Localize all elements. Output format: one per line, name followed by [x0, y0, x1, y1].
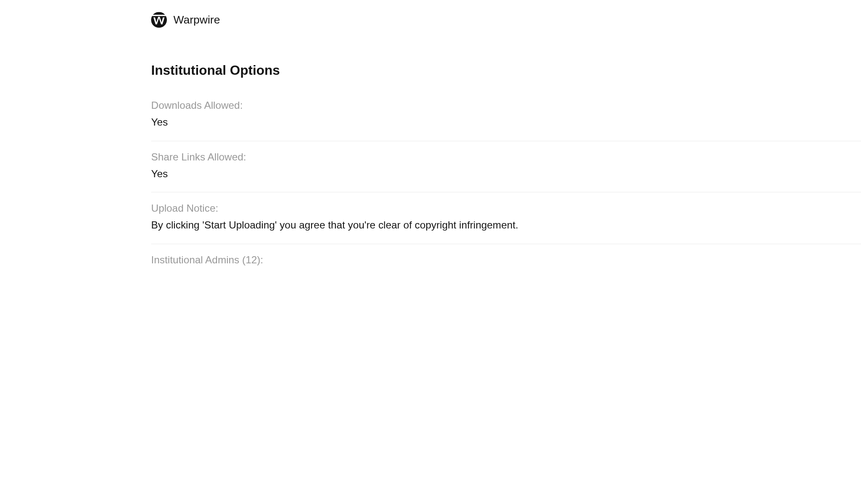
main-content: Institutional Options Downloads Allowed:…: [129, 41, 861, 273]
svg-point-0: [151, 12, 167, 28]
warpwire-logo-icon: [151, 12, 167, 28]
downloads-label: Downloads Allowed:: [151, 100, 861, 112]
option-upload-notice: Upload Notice: By clicking 'Start Upload…: [151, 203, 861, 244]
admins-label: Institutional Admins (12):: [151, 255, 861, 267]
brand-logo[interactable]: Warpwire: [151, 12, 220, 28]
option-downloads: Downloads Allowed: Yes: [151, 100, 861, 141]
option-admins: Institutional Admins (12): Main Account …: [151, 255, 861, 273]
share-links-label: Share Links Allowed:: [151, 151, 861, 163]
option-share-links: Share Links Allowed: Yes: [151, 151, 861, 192]
upload-notice-label: Upload Notice:: [151, 203, 861, 215]
share-links-value: Yes: [151, 167, 861, 182]
header: Warpwire Account: [129, 0, 861, 41]
admins-list: Main Account bobbybob@example.com)Admini…: [151, 270, 861, 273]
svg-rect-1: [151, 15, 167, 16]
downloads-value: Yes: [151, 116, 861, 130]
upload-notice-value: By clicking 'Start Uploading' you agree …: [151, 218, 861, 233]
brand-name: Warpwire: [174, 13, 220, 27]
admin-row: Main Account bobbybob@example.com): [151, 270, 861, 273]
page-title: Institutional Options: [151, 63, 861, 78]
